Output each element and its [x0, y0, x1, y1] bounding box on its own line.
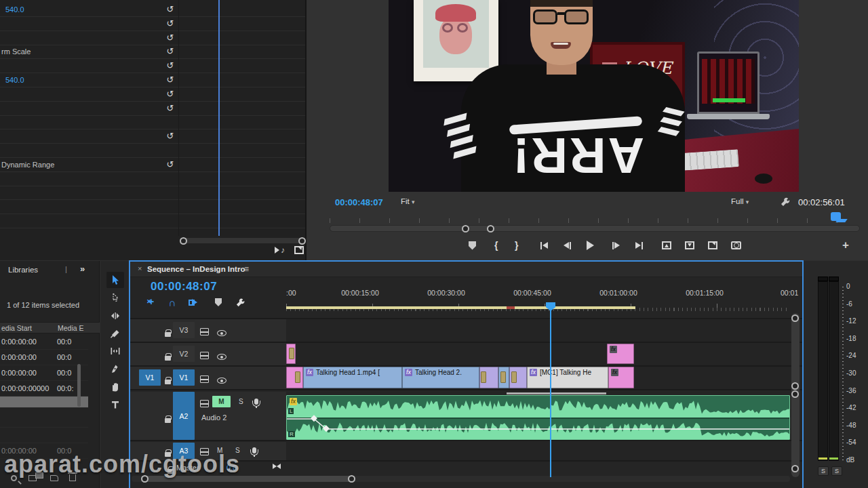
- lock-icon[interactable]: [165, 413, 171, 426]
- transition-marker[interactable]: [295, 371, 300, 383]
- playback-resolution-select[interactable]: Full ▾: [731, 197, 749, 205]
- lift-icon[interactable]: [662, 239, 671, 252]
- reset-parameter-icon[interactable]: ↺: [163, 103, 177, 113]
- effect-value[interactable]: 540.0: [5, 5, 24, 14]
- clip-v1[interactable]: fxTalking Head 1.mp4 [: [303, 367, 402, 388]
- vscroll-handle-3[interactable]: [791, 390, 799, 398]
- mix-icon[interactable]: [273, 464, 281, 469]
- selection-tool[interactable]: [106, 272, 124, 288]
- track-select-v2[interactable]: V2: [173, 346, 195, 362]
- toggle-track-visibility-icon[interactable]: [217, 350, 226, 363]
- mark-in-icon[interactable]: {: [494, 239, 498, 252]
- transition-marker[interactable]: [289, 348, 294, 359]
- clip-v2[interactable]: fx: [607, 344, 634, 364]
- ripple-edit-tool[interactable]: [106, 308, 124, 324]
- solo-right-button[interactable]: S: [831, 466, 842, 476]
- source-patch-v1[interactable]: V1: [139, 369, 161, 386]
- list-item[interactable]: [0, 396, 88, 408]
- solo-button-a2[interactable]: S: [239, 398, 243, 405]
- reset-parameter-icon[interactable]: ↺: [163, 159, 177, 169]
- vscroll-handle-1[interactable]: [791, 314, 799, 322]
- hand-tool[interactable]: [106, 379, 124, 395]
- vscroll-handle-2[interactable]: [791, 382, 799, 390]
- fx-badge[interactable]: fx: [530, 369, 537, 376]
- solo-left-button[interactable]: S: [818, 466, 829, 476]
- monitor-current-timecode[interactable]: 00:00:48:07: [335, 197, 383, 207]
- pen-tool[interactable]: [106, 361, 124, 378]
- vscroll-handle-4[interactable]: [791, 465, 799, 472]
- monitor-zoom-handle-left[interactable]: [462, 225, 469, 232]
- reset-parameter-icon[interactable]: ↺: [163, 89, 177, 99]
- mute-button-a2[interactable]: M: [212, 396, 231, 407]
- reset-parameter-icon[interactable]: ↺: [163, 33, 177, 43]
- clip-v1[interactable]: fx[MC1] Talking He: [527, 367, 608, 388]
- fx-badge[interactable]: fx: [405, 369, 412, 376]
- list-scrollbar[interactable]: [77, 364, 81, 407]
- track-select-v3[interactable]: V3: [173, 322, 195, 338]
- lock-icon[interactable]: [165, 327, 171, 340]
- add-marker-icon[interactable]: [469, 239, 476, 252]
- effect-controls-playhead[interactable]: [218, 0, 220, 236]
- track-select-a2[interactable]: A2: [173, 392, 195, 440]
- list-item[interactable]: 0:00:00:0000:0: [0, 365, 88, 381]
- go-to-in-icon[interactable]: [540, 239, 548, 252]
- transition-marker[interactable]: [511, 371, 517, 383]
- effect-controls-hscrollbar[interactable]: [180, 238, 305, 243]
- slip-tool[interactable]: [106, 343, 124, 359]
- list-item[interactable]: 0:00:00:0000:0: [0, 334, 88, 350]
- zoom-level-select[interactable]: Fit ▾: [401, 197, 415, 205]
- reset-parameter-icon[interactable]: ↺: [163, 131, 177, 141]
- play-audio-icon[interactable]: ♪: [275, 245, 285, 255]
- step-forward-icon[interactable]: [612, 239, 620, 252]
- fx-badge[interactable]: fx: [290, 398, 297, 405]
- list-item[interactable]: 0:00:00:0000000:0:: [0, 381, 88, 396]
- mark-out-icon[interactable]: }: [515, 239, 518, 252]
- type-tool[interactable]: [106, 396, 124, 413]
- hscroll-left-handle[interactable]: [180, 237, 187, 245]
- fx-badge[interactable]: fx: [611, 369, 618, 376]
- fx-badge[interactable]: fx: [610, 346, 617, 353]
- voiceover-mic-icon[interactable]: [254, 395, 258, 407]
- extract-icon[interactable]: [685, 239, 694, 252]
- reset-parameter-icon[interactable]: ↺: [163, 60, 177, 70]
- monitor-zoom-handle-right[interactable]: [487, 225, 494, 232]
- reset-parameter-icon[interactable]: ↺: [163, 46, 177, 56]
- monitor-scrollbar[interactable]: [330, 225, 860, 232]
- lock-icon[interactable]: [165, 351, 171, 363]
- clip-v1[interactable]: fx: [608, 367, 634, 388]
- voiceover-mic-icon[interactable]: [252, 444, 256, 456]
- export-frame-icon[interactable]: [708, 239, 717, 252]
- transition-marker[interactable]: [500, 371, 506, 383]
- audio-clip[interactable]: fx L R: [286, 395, 790, 440]
- play-icon[interactable]: [587, 239, 594, 252]
- settings-wrench-icon[interactable]: [780, 197, 791, 207]
- track-output-icon[interactable]: [200, 326, 209, 338]
- track-select-tool[interactable]: [106, 289, 124, 306]
- list-item[interactable]: [0, 412, 88, 428]
- lock-icon[interactable]: [165, 375, 171, 387]
- list-item[interactable]: [0, 428, 88, 443]
- track-output-icon[interactable]: [200, 350, 209, 362]
- track-select-v1[interactable]: V1: [173, 369, 195, 386]
- hscroll-handle-right[interactable]: [348, 475, 355, 483]
- reset-parameter-icon[interactable]: ↺: [163, 4, 177, 14]
- reset-parameter-icon[interactable]: ↺: [163, 75, 177, 85]
- track-output-icon[interactable]: [200, 373, 209, 386]
- fx-badge[interactable]: fx: [306, 369, 313, 376]
- razor-tool[interactable]: [106, 325, 124, 342]
- toggle-track-visibility-icon[interactable]: [217, 374, 226, 386]
- reset-parameter-icon[interactable]: ↺: [163, 18, 177, 28]
- add-button[interactable]: +: [842, 239, 849, 252]
- toggle-track-visibility-icon[interactable]: [217, 327, 226, 339]
- step-back-icon[interactable]: [564, 239, 571, 252]
- go-to-out-icon[interactable]: [635, 239, 643, 252]
- export-icon[interactable]: [294, 246, 304, 254]
- clip-v1[interactable]: fxTalking Head 2.: [402, 367, 479, 388]
- volume-rubber-band[interactable]: [287, 396, 790, 440]
- transition-marker[interactable]: [481, 371, 486, 383]
- monitor-playhead-flag[interactable]: [831, 212, 841, 221]
- effect-value[interactable]: 540.0: [5, 76, 24, 84]
- playhead[interactable]: [550, 304, 551, 477]
- list-item[interactable]: 0:00:00:0000:0: [0, 350, 88, 365]
- camera-icon[interactable]: [731, 239, 741, 252]
